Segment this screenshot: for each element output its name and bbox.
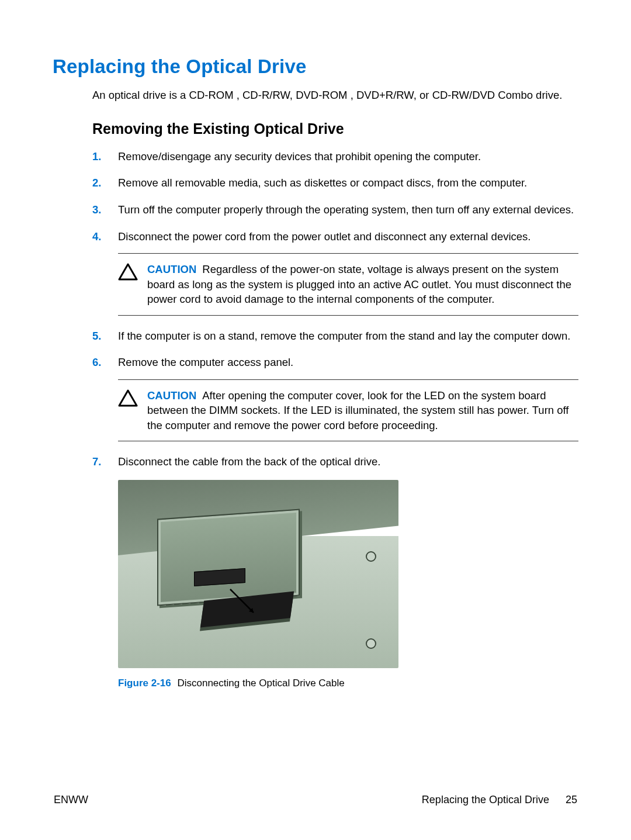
figure-image [118, 480, 398, 668]
caution-label: CAUTION [147, 263, 196, 275]
step-number: 4. [92, 229, 101, 244]
footer-right: Replacing the Optical Drive 25 [422, 794, 577, 806]
footer-section-title: Replacing the Optical Drive [422, 794, 549, 806]
document-page: Replacing the Optical Drive An optical d… [0, 0, 631, 690]
svg-marker-0 [119, 264, 137, 279]
step-number: 3. [92, 202, 101, 217]
caution-icon [118, 263, 138, 281]
list-item: 6. Remove the computer access panel. CAU… [92, 355, 578, 441]
list-item: 2. Remove all removable media, such as d… [92, 175, 578, 191]
list-item: 1. Remove/disengage any security devices… [92, 149, 578, 164]
list-item: 4. Disconnect the power cord from the po… [92, 229, 578, 316]
caution-body: After opening the computer cover, look f… [147, 389, 568, 431]
page-title: Replacing the Optical Drive [53, 56, 578, 78]
step-text: Remove all removable media, such as disk… [118, 177, 527, 189]
caution-label: CAUTION [147, 389, 196, 402]
step-number: 7. [92, 454, 101, 469]
page-footer: ENWW Replacing the Optical Drive 25 [0, 794, 631, 806]
step-text: Disconnect the cable from the back of th… [118, 455, 380, 468]
caution-text: CAUTIONRegardless of the power-on state,… [147, 262, 578, 307]
step-text: Remove the computer access panel. [118, 356, 293, 368]
list-item: 7. Disconnect the cable from the back of… [92, 454, 578, 690]
step-number: 5. [92, 329, 101, 344]
figure-label: Figure 2-16 [118, 677, 171, 689]
caution-body: Regardless of the power-on state, voltag… [147, 263, 571, 305]
step-number: 2. [92, 175, 101, 191]
caution-box: CAUTIONRegardless of the power-on state,… [118, 253, 578, 316]
intro-paragraph: An optical drive is a CD-ROM , CD-R/RW, … [92, 88, 578, 103]
content-body: An optical drive is a CD-ROM , CD-R/RW, … [92, 88, 578, 690]
list-item: 3. Turn off the computer properly throug… [92, 202, 578, 217]
figure: Figure 2-16 Disconnecting the Optical Dr… [118, 480, 578, 690]
caution-text: CAUTIONAfter opening the computer cover,… [147, 388, 578, 433]
footer-left: ENWW [54, 794, 88, 806]
step-number: 1. [92, 149, 101, 164]
step-text: Disconnect the power cord from the power… [118, 230, 531, 243]
section-heading: Removing the Existing Optical Drive [92, 120, 578, 137]
figure-caption-text: Disconnecting the Optical Drive Cable [177, 677, 344, 689]
step-list: 1. Remove/disengage any security devices… [92, 149, 578, 690]
list-item: 5. If the computer is on a stand, remove… [92, 329, 578, 344]
step-text: Turn off the computer properly through t… [118, 203, 574, 216]
step-number: 6. [92, 355, 101, 370]
figure-caption: Figure 2-16 Disconnecting the Optical Dr… [118, 676, 578, 690]
svg-marker-1 [119, 390, 137, 406]
caution-box: CAUTIONAfter opening the computer cover,… [118, 379, 578, 442]
page-number: 25 [566, 794, 577, 806]
caution-icon [118, 389, 138, 407]
step-text: Remove/disengage any security devices th… [118, 150, 481, 163]
step-text: If the computer is on a stand, remove th… [118, 330, 570, 342]
